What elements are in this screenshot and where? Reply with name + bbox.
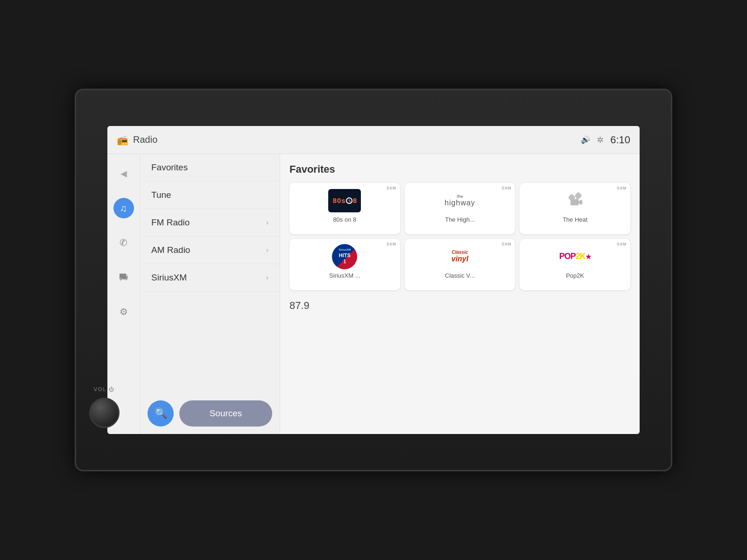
radio-icon: 📻 — [117, 134, 128, 146]
main-content: ◀ ♫ ✆ ⛟ ⚙ Favorites Tune FM Radio › — [107, 154, 640, 434]
nav-settings-icon[interactable]: ⚙ — [113, 301, 134, 322]
sirius-badge-heat: SXM — [617, 186, 627, 190]
favorite-card-vinyl[interactable]: SXM Classic vinyl Classic V... — [405, 239, 515, 290]
nav-music-icon[interactable]: ♫ — [113, 198, 134, 218]
logo-80s8: 8 0 s 8 — [328, 188, 361, 213]
top-bar-left: 📻 Radio — [117, 134, 157, 146]
label-hits1: SiriusXM ... — [329, 272, 360, 279]
favorite-card-heat[interactable]: SXM 📽 The Heat — [520, 183, 630, 234]
favorites-grid: SXM 8 0 s 8 — [289, 183, 630, 290]
logo-vinyl: Classic vinyl — [444, 244, 476, 269]
siriusxm-chevron: › — [266, 273, 268, 282]
logo-pop2k: POP2K★ — [559, 244, 592, 269]
screen-title: Radio — [133, 134, 157, 145]
favorite-card-highway[interactable]: SXM the highway The High... — [405, 183, 515, 234]
menu-item-favorites[interactable]: Favorites — [140, 154, 280, 182]
sirius-badge-80s8: SXM — [387, 186, 396, 190]
bluetooth-icon: ✲ — [597, 135, 604, 145]
sirius-badge-hits1: SXM — [387, 242, 396, 246]
vol-label: VOL ⏻ — [94, 386, 115, 392]
sirius-badge-vinyl: SXM — [501, 242, 511, 246]
menu-bottom: 🔍 Sources — [140, 393, 280, 434]
logo-hits1: SiriusXM HITS 1 — [328, 244, 361, 269]
favorite-card-hits1[interactable]: SXM SiriusXM HITS 1 SiriusXM ... — [289, 239, 400, 290]
screen: 📻 Radio 🔊 ✲ 6:10 ◀ ♫ ✆ ⛟ ⚙ Favori — [107, 126, 640, 434]
label-pop2k: Pop2K — [566, 272, 584, 279]
sources-button[interactable]: Sources — [179, 400, 272, 427]
search-button[interactable]: 🔍 — [148, 400, 174, 427]
fm-radio-chevron: › — [266, 218, 268, 227]
favorite-card-80s8[interactable]: SXM 8 0 s 8 — [289, 183, 400, 234]
content-panel: Favorites SXM 8 0 s — [280, 154, 640, 434]
logo-heat: 📽 — [559, 188, 592, 213]
menu-panel: Favorites Tune FM Radio › AM Radio › Sir… — [140, 154, 280, 434]
sirius-badge-pop2k: SXM — [617, 242, 627, 246]
menu-item-siriusxm[interactable]: SiriusXM › — [140, 264, 280, 292]
car-bezel: 📻 Radio 🔊 ✲ 6:10 ◀ ♫ ✆ ⛟ ⚙ Favori — [75, 89, 672, 471]
top-bar: 📻 Radio 🔊 ✲ 6:10 — [107, 126, 640, 154]
label-heat: The Heat — [563, 216, 587, 223]
logo-highway: the highway — [444, 188, 476, 213]
label-highway: The High... — [445, 216, 475, 223]
nav-navigation-icon[interactable]: ◀ — [113, 163, 134, 184]
current-station: 87.9 — [289, 300, 630, 312]
mute-icon: 🔊 — [581, 135, 590, 144]
menu-item-fm-radio[interactable]: FM Radio › — [140, 209, 280, 237]
nav-phone-icon[interactable]: ✆ — [113, 232, 134, 253]
label-vinyl: Classic V... — [445, 272, 475, 279]
favorites-section-title: Favorites — [289, 163, 630, 175]
sirius-badge-highway: SXM — [501, 186, 511, 190]
menu-item-tune[interactable]: Tune — [140, 182, 280, 209]
label-80s8: 80s on 8 — [333, 216, 356, 223]
menu-item-am-radio[interactable]: AM Radio › — [140, 237, 280, 264]
am-radio-chevron: › — [266, 246, 268, 254]
time-display: 6:10 — [610, 134, 630, 146]
search-icon: 🔍 — [155, 407, 167, 420]
favorite-card-pop2k[interactable]: SXM POP2K★ Pop2K — [520, 239, 630, 290]
vol-area: VOL ⏻ — [89, 386, 120, 428]
nav-car-icon[interactable]: ⛟ — [113, 267, 134, 287]
top-bar-right: 🔊 ✲ 6:10 — [581, 134, 630, 146]
vol-knob[interactable] — [89, 398, 120, 428]
